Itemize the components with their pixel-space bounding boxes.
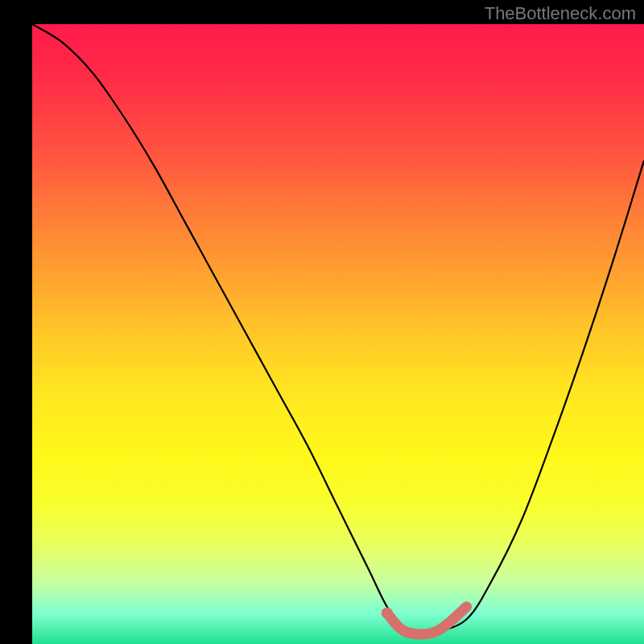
chart-svg bbox=[32, 24, 644, 644]
highlight-segment bbox=[387, 607, 467, 634]
chart-area bbox=[32, 24, 644, 644]
attribution-text: TheBottleneck.com bbox=[485, 3, 636, 24]
bottleneck-curve bbox=[32, 24, 644, 634]
highlight-dot bbox=[382, 608, 393, 619]
